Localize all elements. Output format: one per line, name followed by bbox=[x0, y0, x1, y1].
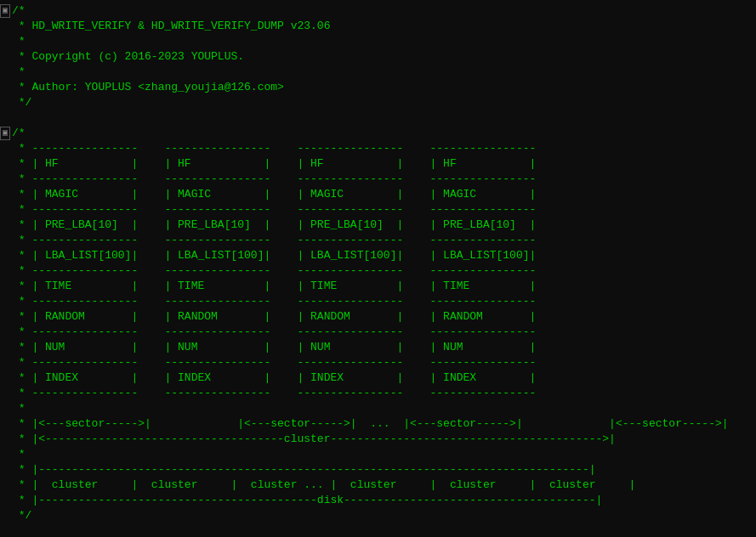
gutter-d16 bbox=[0, 370, 12, 386]
gutter-d25 bbox=[0, 508, 12, 523]
line-d8: * | LBA_LIST[100]| | LBA_LIST[100]| | LB… bbox=[0, 248, 756, 263]
line-d2: * | HF | | HF | | HF | | HF | bbox=[0, 156, 756, 172]
fold-gutter-1[interactable]: ▣ bbox=[0, 3, 12, 19]
code-text: * |-------------------------------------… bbox=[12, 462, 756, 478]
line-d7: * ---------------- ---------------- ----… bbox=[0, 233, 756, 248]
gutter-e bbox=[0, 110, 12, 126]
code-text: * |<---sector----->| |<---sector----->| … bbox=[12, 416, 756, 432]
line-d10: * | TIME | | TIME | | TIME | | TIME | bbox=[0, 279, 756, 294]
gutter-d10 bbox=[0, 279, 12, 294]
gutter-4 bbox=[0, 49, 12, 65]
line-d23: * | cluster | cluster | cluster ... | cl… bbox=[0, 478, 756, 493]
gutter-2 bbox=[0, 19, 12, 34]
code-text: * | cluster | cluster | cluster ... | cl… bbox=[12, 478, 756, 493]
code-text: * | HF | | HF | | HF | | HF | bbox=[12, 156, 756, 172]
code-text: * | MAGIC | | MAGIC | | MAGIC | | MAGIC … bbox=[12, 187, 756, 202]
line-d19: * |<---sector----->| |<---sector----->| … bbox=[0, 416, 756, 432]
gutter-d12 bbox=[0, 309, 12, 325]
code-text: * | TIME | | TIME | | TIME | | TIME | bbox=[12, 279, 756, 294]
line-d25: */ bbox=[0, 508, 756, 523]
code-text: * bbox=[12, 447, 756, 462]
code-text: * ---------------- ---------------- ----… bbox=[12, 202, 756, 218]
line-d9: * ---------------- ---------------- ----… bbox=[0, 263, 756, 279]
gutter-5 bbox=[0, 65, 12, 80]
gutter-d24 bbox=[0, 493, 12, 508]
gutter-d21 bbox=[0, 447, 12, 462]
line-4: * Copyright (c) 2016-2023 YOUPLUS. bbox=[0, 49, 756, 65]
gutter-d22 bbox=[0, 462, 12, 478]
code-text: * Author: YOUPLUS <zhang_youjia@126.com> bbox=[12, 80, 756, 95]
gutter-d19 bbox=[0, 416, 12, 432]
gutter-d1 bbox=[0, 141, 12, 156]
code-text: * | NUM | | NUM | | NUM | | NUM | bbox=[12, 340, 756, 355]
line-6: * Author: YOUPLUS <zhang_youjia@126.com> bbox=[0, 80, 756, 95]
line-fold-2[interactable]: ▣ /* bbox=[0, 126, 756, 141]
code-text: /* bbox=[12, 3, 756, 19]
line-d12: * | RANDOM | | RANDOM | | RANDOM | | RAN… bbox=[0, 309, 756, 325]
line-empty bbox=[0, 110, 756, 126]
code-text: * | RANDOM | | RANDOM | | RANDOM | | RAN… bbox=[12, 309, 756, 325]
line-7: */ bbox=[0, 95, 756, 110]
line-d21: * bbox=[0, 447, 756, 462]
code-text: * Copyright (c) 2016-2023 YOUPLUS. bbox=[12, 49, 756, 65]
line-d17: * ---------------- ---------------- ----… bbox=[0, 386, 756, 401]
gutter-d9 bbox=[0, 263, 12, 279]
gutter-d23 bbox=[0, 478, 12, 493]
gutter-d6 bbox=[0, 218, 12, 233]
gutter-d18 bbox=[0, 401, 12, 416]
code-text: * ---------------- ---------------- ----… bbox=[12, 233, 756, 248]
line-fold-1[interactable]: ▣ /* bbox=[0, 3, 756, 19]
code-text: */ bbox=[12, 95, 756, 110]
gutter-d17 bbox=[0, 386, 12, 401]
fold-gutter-2[interactable]: ▣ bbox=[0, 126, 12, 141]
code-text bbox=[12, 110, 756, 126]
gutter-d13 bbox=[0, 325, 12, 340]
line-d14: * | NUM | | NUM | | NUM | | NUM | bbox=[0, 340, 756, 355]
gutter-6 bbox=[0, 80, 12, 95]
line-d1: * ---------------- ---------------- ----… bbox=[0, 141, 756, 156]
gutter-d20 bbox=[0, 432, 12, 447]
code-text: * | INDEX | | INDEX | | INDEX | | INDEX … bbox=[12, 370, 756, 386]
gutter-d8 bbox=[0, 248, 12, 263]
gutter-d3 bbox=[0, 172, 12, 187]
code-text: * | PRE_LBA[10] | | PRE_LBA[10] | | PRE_… bbox=[12, 218, 756, 233]
code-text: * ---------------- ---------------- ----… bbox=[12, 294, 756, 309]
line-d20: * |<------------------------------------… bbox=[0, 432, 756, 447]
line-d5: * ---------------- ---------------- ----… bbox=[0, 202, 756, 218]
code-text: */ bbox=[12, 508, 756, 523]
code-text: * ---------------- ---------------- ----… bbox=[12, 263, 756, 279]
gutter-3 bbox=[0, 34, 12, 49]
line-d24: * |-------------------------------------… bbox=[0, 493, 756, 508]
line-2: * HD_WRITE_VERIFY & HD_WRITE_VERIFY_DUMP… bbox=[0, 19, 756, 34]
line-d6: * | PRE_LBA[10] | | PRE_LBA[10] | | PRE_… bbox=[0, 218, 756, 233]
gutter-d11 bbox=[0, 294, 12, 309]
code-text: * bbox=[12, 401, 756, 416]
line-d18: * bbox=[0, 401, 756, 416]
line-d3: * ---------------- ---------------- ----… bbox=[0, 172, 756, 187]
code-text: * HD_WRITE_VERIFY & HD_WRITE_VERIFY_DUMP… bbox=[12, 19, 756, 34]
code-text: * |-------------------------------------… bbox=[12, 493, 756, 508]
gutter-d5 bbox=[0, 202, 12, 218]
gutter-d4 bbox=[0, 187, 12, 202]
line-d11: * ---------------- ---------------- ----… bbox=[0, 294, 756, 309]
code-editor: ▣ /* * HD_WRITE_VERIFY & HD_WRITE_VERIFY… bbox=[0, 0, 756, 537]
gutter-d15 bbox=[0, 355, 12, 370]
line-d16: * | INDEX | | INDEX | | INDEX | | INDEX … bbox=[0, 370, 756, 386]
code-text: * ---------------- ---------------- ----… bbox=[12, 172, 756, 187]
code-text: * ---------------- ---------------- ----… bbox=[12, 355, 756, 370]
line-d22: * |-------------------------------------… bbox=[0, 462, 756, 478]
code-text: /* bbox=[12, 126, 756, 141]
code-text: * bbox=[12, 34, 756, 49]
gutter-7 bbox=[0, 95, 12, 110]
line-3: * bbox=[0, 34, 756, 49]
code-text: * ---------------- ---------------- ----… bbox=[12, 325, 756, 340]
gutter-d2 bbox=[0, 156, 12, 172]
line-d13: * ---------------- ---------------- ----… bbox=[0, 325, 756, 340]
code-text: * |<------------------------------------… bbox=[12, 432, 756, 447]
gutter-d14 bbox=[0, 340, 12, 355]
line-d4: * | MAGIC | | MAGIC | | MAGIC | | MAGIC … bbox=[0, 187, 756, 202]
line-5: * bbox=[0, 65, 756, 80]
code-text: * ---------------- ---------------- ----… bbox=[12, 141, 756, 156]
code-text: * bbox=[12, 65, 756, 80]
gutter-d7 bbox=[0, 233, 12, 248]
